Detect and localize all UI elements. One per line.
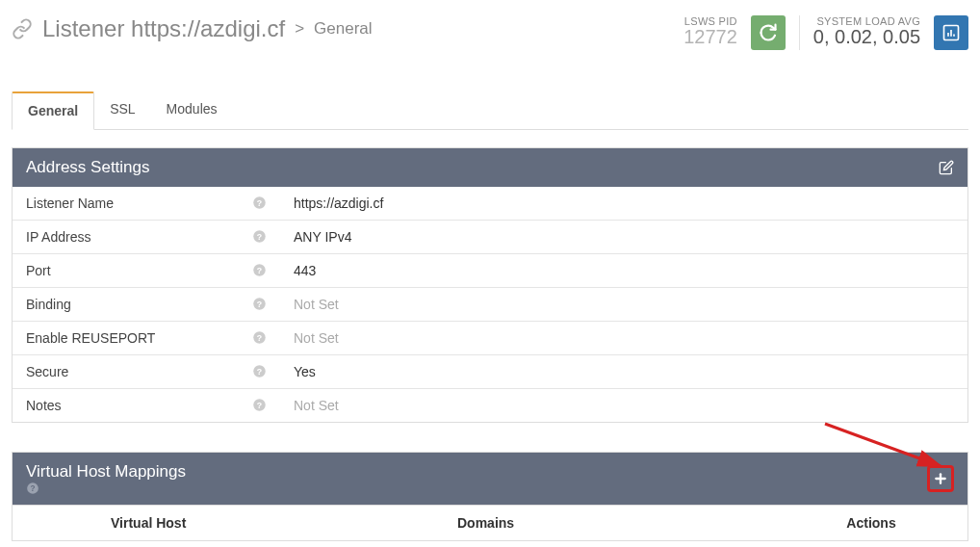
settings-label: Notes [26,398,62,413]
settings-value: Not Set [294,297,339,312]
settings-label-cell: Binding? [13,288,280,322]
edit-button[interactable] [939,160,954,175]
breadcrumb-sep: > [295,19,304,39]
breadcrumb-current: General [314,19,372,39]
settings-value: 443 [294,263,316,278]
restart-button[interactable] [751,15,786,50]
svg-text:?: ? [257,333,262,343]
vhm-panel: Virtual Host Mappings ? Virtual Host Dom… [12,452,968,541]
vhm-col-actions: Actions [775,506,967,540]
settings-value-cell: ANY IPv4 [280,221,967,254]
help-icon[interactable]: ? [252,229,267,244]
settings-value-cell: Not Set [280,389,967,423]
stat-load-value: 0, 0.02, 0.05 [813,27,920,46]
settings-value: Not Set [294,398,339,413]
settings-row: Binding?Not Set [13,288,967,322]
header-stats: LSWS PID 12772 SYSTEM LOAD AVG 0, 0.02, … [683,15,968,50]
panel-title: Virtual Host Mappings [26,462,186,481]
help-icon[interactable]: ? [252,398,267,412]
settings-row: Notes?Not Set [13,389,967,423]
help-icon[interactable]: ? [26,482,194,495]
refresh-icon [759,23,778,42]
help-icon[interactable]: ? [252,195,267,210]
settings-label: Binding [26,297,71,312]
settings-row: Enable REUSEPORT?Not Set [13,322,967,355]
vhm-columns: Virtual Host Domains Actions [13,505,967,540]
settings-row: Port?443 [13,254,967,288]
tab-modules[interactable]: Modules [151,91,233,130]
settings-value-cell: https://azdigi.cf [280,187,967,221]
panel-title: Address Settings [26,158,150,177]
settings-label: Enable REUSEPORT [26,330,155,346]
settings-label: Listener Name [26,195,114,211]
svg-text:?: ? [257,367,262,377]
help-icon[interactable]: ? [252,263,267,277]
plus-icon [934,472,947,485]
stat-pid: LSWS PID 12772 [683,15,737,50]
svg-text:?: ? [257,198,262,208]
settings-row: Secure?Yes [13,355,967,389]
stat-pid-value: 12772 [683,27,737,46]
vhm-col-spacer [13,506,97,540]
address-settings-panel: Address Settings Listener Name?https://a… [12,147,968,423]
settings-label-cell: Port? [13,254,280,288]
settings-label: IP Address [26,229,90,245]
panel-header: Address Settings [13,148,967,187]
settings-label-cell: Enable REUSEPORT? [13,322,280,355]
tab-label: General [28,103,78,118]
stats-button[interactable] [934,15,968,50]
vhm-col-domains: Domains [444,506,775,540]
tab-label: SSL [110,101,135,117]
settings-value-cell: Not Set [280,322,967,355]
settings-value: Yes [294,364,316,379]
tab-general[interactable]: General [12,91,94,130]
help-icon[interactable]: ? [252,330,267,345]
settings-value: Not Set [294,330,339,346]
page-title: Listener https://azdigi.cf > General [12,15,373,42]
settings-label-cell: IP Address? [13,221,280,254]
tab-label: Modules [167,101,218,117]
title-prefix: Listener [42,15,124,41]
svg-text:?: ? [257,266,262,275]
settings-value-cell: Yes [280,355,967,389]
question-circle-icon: ? [26,482,39,495]
add-mapping-button[interactable] [927,465,954,492]
help-icon[interactable]: ? [252,364,267,378]
tabs: General SSL Modules [12,91,968,130]
settings-row: Listener Name?https://azdigi.cf [13,187,967,221]
svg-text:?: ? [257,300,262,309]
settings-label-cell: Listener Name? [13,187,280,221]
pencil-square-icon [939,160,954,175]
settings-value-cell: 443 [280,254,967,288]
stat-load: SYSTEM LOAD AVG 0, 0.02, 0.05 [813,15,920,50]
settings-label-cell: Secure? [13,355,280,389]
settings-label-cell: Notes? [13,389,280,423]
bar-chart-icon [942,24,960,41]
settings-row: IP Address?ANY IPv4 [13,221,967,254]
panel-header: Virtual Host Mappings ? [13,453,967,505]
divider [799,15,800,50]
settings-value: ANY IPv4 [294,229,351,245]
settings-label: Port [26,263,51,278]
link-icon [12,18,33,39]
settings-label: Secure [26,364,68,379]
vhm-col-vhost: Virtual Host [97,506,444,540]
settings-value: https://azdigi.cf [294,195,383,211]
page-header: Listener https://azdigi.cf > General LSW… [12,15,968,58]
tab-ssl[interactable]: SSL [94,91,150,130]
help-icon[interactable]: ? [252,297,267,311]
settings-table: Listener Name?https://azdigi.cfIP Addres… [13,187,967,422]
svg-text:?: ? [31,484,36,493]
settings-value-cell: Not Set [280,288,967,322]
title-name: https://azdigi.cf [131,15,285,41]
svg-text:?: ? [257,401,262,410]
svg-text:?: ? [257,232,262,242]
